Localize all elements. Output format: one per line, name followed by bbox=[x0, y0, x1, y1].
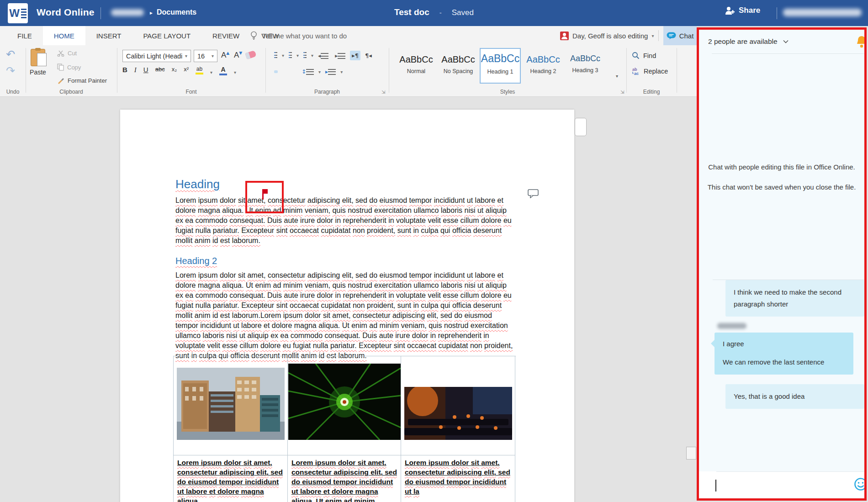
graduation-photo bbox=[404, 387, 512, 440]
topbar-divider bbox=[101, 7, 101, 19]
group-label-paragraph: Paragraph bbox=[265, 89, 389, 95]
doc-table[interactable]: Lorem ipsum dolor sit amet, consectetur … bbox=[173, 356, 516, 502]
italic-button[interactable]: I bbox=[134, 66, 137, 74]
paragraph-indent-button[interactable]: ▸ bbox=[323, 67, 338, 76]
doc-heading-2[interactable]: Heading 2 bbox=[175, 256, 515, 266]
breadcrumb[interactable]: Documents bbox=[157, 8, 196, 16]
doc-paragraph-1[interactable]: Lorem ipsum dolor sit amet, consectetur … bbox=[175, 196, 515, 246]
format-painter-button[interactable]: Format Painter bbox=[57, 77, 107, 84]
page-scrollbar-thumb[interactable] bbox=[575, 118, 587, 136]
style-normal[interactable]: AaBbCc Normal bbox=[396, 48, 437, 84]
line-spacing-button[interactable]: ↕ bbox=[300, 67, 316, 76]
chat-message-thread[interactable]: I think we need to make the second parag… bbox=[699, 280, 864, 409]
ribbon-tab-row: FILE HOME INSERT PAGE LAYOUT REVIEW VIEW… bbox=[0, 26, 697, 45]
style-heading-2[interactable]: AaBbCc Heading 2 bbox=[523, 48, 564, 84]
increase-indent-button[interactable]: ▸ bbox=[333, 51, 347, 60]
multilevel-list-button[interactable] bbox=[302, 51, 308, 60]
app-name: Word Online bbox=[37, 7, 95, 18]
document-page[interactable]: Heading Lorem ipsum dolor sit amet, cons… bbox=[120, 110, 574, 502]
doc-heading-1[interactable]: Heading bbox=[175, 177, 515, 191]
highlight-color-button[interactable]: ab bbox=[196, 66, 203, 74]
replace-icon: ab ac bbox=[632, 67, 640, 75]
tab-review[interactable]: REVIEW bbox=[201, 26, 250, 45]
find-button[interactable]: Find bbox=[632, 52, 656, 59]
chat-panel: 2 people are available Chat with people … bbox=[699, 30, 864, 498]
table-cell-text-3[interactable]: Lorem ipsum dolor sit amet, consectetur … bbox=[401, 455, 515, 502]
scrollbar-corner[interactable] bbox=[686, 447, 696, 460]
justify-button[interactable] bbox=[293, 70, 297, 73]
replace-button[interactable]: ab ac Replace bbox=[632, 67, 668, 75]
underline-button[interactable]: U bbox=[143, 66, 148, 74]
line-spacing-dropdown-arrow[interactable]: ▾ bbox=[318, 69, 321, 74]
highlight-dropdown-arrow[interactable]: ▾ bbox=[210, 70, 212, 75]
multilevel-dropdown-arrow[interactable]: ▾ bbox=[311, 53, 313, 58]
bold-button[interactable]: B bbox=[122, 66, 127, 74]
grow-font-button[interactable]: A▲ bbox=[221, 51, 229, 60]
table-cell-text-2[interactable]: Lorem ipsum dolor sit amet, consectetur … bbox=[288, 455, 401, 502]
notification-bell-icon[interactable] bbox=[856, 35, 864, 50]
comment-indicator-icon[interactable] bbox=[528, 189, 539, 200]
document-canvas-area[interactable]: Heading Lorem ipsum dolor sit amet, cons… bbox=[0, 97, 697, 502]
paragraph-row-2: ↕ ▾ ▸ ▾ bbox=[274, 67, 343, 76]
green-light-photo bbox=[288, 364, 401, 440]
ribbon-tabs: FILE HOME INSERT PAGE LAYOUT REVIEW VIEW bbox=[6, 26, 290, 45]
ribbon: ↶ ↷ Undo Paste Cut Copy Format Painter C… bbox=[0, 45, 697, 97]
paste-button[interactable]: Paste bbox=[24, 49, 52, 76]
table-cell-image-3[interactable] bbox=[401, 356, 515, 455]
redo-button[interactable]: ↷ bbox=[6, 65, 15, 76]
tab-file[interactable]: FILE bbox=[6, 26, 43, 45]
annotation-chat-panel-border: 2 people are available Chat with people … bbox=[697, 27, 867, 501]
align-right-button[interactable] bbox=[287, 70, 291, 73]
paragraph-indent-dropdown-arrow[interactable]: ▾ bbox=[340, 69, 343, 74]
more-styles-button[interactable]: ▾ bbox=[616, 74, 618, 79]
copy-button[interactable]: Copy bbox=[57, 63, 81, 71]
style-heading-3[interactable]: AaBbCc Heading 3 bbox=[565, 48, 606, 84]
people-available-dropdown[interactable]: 2 people are available bbox=[708, 37, 789, 46]
bullets-dropdown-arrow[interactable]: ▾ bbox=[282, 53, 284, 58]
style-heading-1[interactable]: AaBbCc Heading 1 bbox=[480, 48, 521, 84]
share-button[interactable]: Share bbox=[725, 6, 760, 15]
superscript-button[interactable]: x² bbox=[184, 66, 189, 73]
strikethrough-button[interactable]: abc bbox=[155, 66, 165, 73]
cut-button[interactable]: Cut bbox=[57, 50, 77, 57]
emoji-smiley-icon[interactable] bbox=[854, 477, 864, 493]
right-to-left-button[interactable]: ¶◂ bbox=[363, 51, 374, 60]
numbering-button[interactable] bbox=[287, 51, 294, 60]
font-color-button[interactable]: A bbox=[219, 66, 227, 75]
tell-me-box[interactable]: Tell me what you want to do bbox=[250, 26, 347, 45]
chat-header: 2 people are available bbox=[699, 30, 864, 54]
left-to-right-button[interactable]: ▸¶ bbox=[350, 51, 360, 60]
decrease-indent-button[interactable]: ◂ bbox=[316, 51, 330, 60]
table-cell-image-2[interactable] bbox=[288, 356, 401, 455]
doc-paragraph-2[interactable]: Lorem ipsum dolor sit amet, consectetur … bbox=[175, 270, 515, 361]
tab-home[interactable]: HOME bbox=[43, 26, 85, 45]
chat-message-input[interactable] bbox=[699, 471, 864, 498]
highlight-color-bar bbox=[196, 73, 203, 74]
shrink-font-button[interactable]: A▼ bbox=[234, 51, 242, 60]
numbering-dropdown-arrow[interactable]: ▾ bbox=[296, 53, 299, 58]
chat-thread-divider bbox=[713, 280, 864, 280]
chevron-down-icon: ▾ bbox=[185, 53, 187, 58]
font-color-dropdown-arrow[interactable]: ▾ bbox=[234, 70, 236, 75]
word-logo-icon[interactable]: W bbox=[8, 3, 28, 23]
font-family-dropdown[interactable]: Calibri Light (Headi ▾ bbox=[122, 50, 191, 62]
table-cell-text-1[interactable]: Lorem ipsum dolor sit amet, consectetur … bbox=[174, 455, 288, 502]
subscript-button[interactable]: x₂ bbox=[172, 66, 177, 73]
chat-message-outgoing: I think we need to make the second parag… bbox=[725, 280, 864, 317]
styles-dialog-launcher-icon[interactable]: ⇲ bbox=[620, 90, 624, 95]
bullets-button[interactable] bbox=[272, 51, 279, 60]
document-title[interactable]: Test doc bbox=[394, 7, 429, 17]
clear-formatting-button[interactable] bbox=[245, 50, 256, 59]
tab-page-layout[interactable]: PAGE LAYOUT bbox=[132, 26, 201, 45]
font-size-dropdown[interactable]: 16 ▾ bbox=[194, 50, 217, 62]
chat-message-incoming: I agree We can remove the last sentence bbox=[715, 333, 853, 375]
coauthor-status-dropdown[interactable]: Day, Geoff is also editing ▾ bbox=[560, 26, 654, 45]
undo-button[interactable]: ↶ bbox=[6, 49, 15, 60]
table-cell-image-1[interactable] bbox=[174, 356, 288, 455]
text-cursor bbox=[715, 480, 716, 491]
tab-insert[interactable]: INSERT bbox=[85, 26, 132, 45]
align-left-button[interactable] bbox=[274, 70, 278, 73]
align-center-button[interactable] bbox=[281, 70, 284, 73]
style-no-spacing[interactable]: AaBbCc No Spacing bbox=[438, 48, 479, 84]
chat-toggle-button[interactable]: Chat bbox=[663, 26, 697, 45]
